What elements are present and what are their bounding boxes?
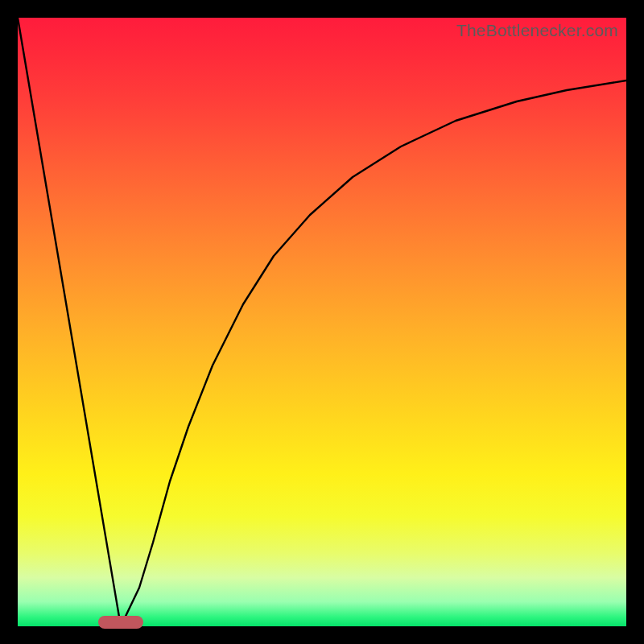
chart-frame: TheBottlenecker.com [0, 0, 644, 644]
bottleneck-marker [98, 616, 143, 629]
curve-path [18, 18, 626, 626]
chart-plot-area: TheBottlenecker.com [18, 18, 626, 626]
bottleneck-curve [18, 18, 626, 626]
